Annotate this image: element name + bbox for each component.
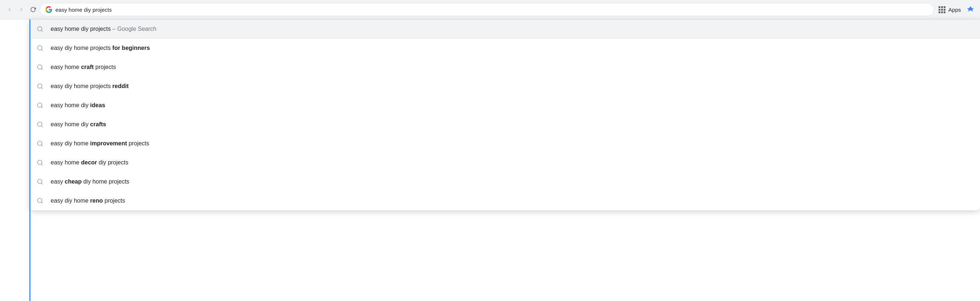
apps-grid-icon [939, 6, 945, 13]
address-input[interactable] [56, 6, 929, 13]
suggestion-text-9: easy diy home reno projects [51, 197, 125, 204]
svg-line-19 [41, 202, 42, 203]
svg-line-1 [41, 30, 42, 31]
suggestions-list: easy diy home projects for beginners eas… [29, 38, 980, 210]
suggestion-item-1[interactable]: easy diy home projects for beginners [29, 38, 980, 57]
browser-window: Apps easy home diy projects – [0, 0, 980, 301]
svg-line-11 [41, 126, 42, 127]
search-icon-5 [37, 121, 43, 128]
back-button[interactable] [5, 5, 15, 15]
search-icon-2 [37, 64, 43, 70]
suggestion-top-row[interactable]: easy home diy projects – Google Search [29, 19, 980, 38]
search-icon-4 [37, 102, 43, 109]
svg-line-5 [41, 68, 42, 69]
apps-label: Apps [948, 6, 961, 13]
suggestion-item-9[interactable]: easy diy home reno projects [29, 191, 980, 210]
omnibox-indicator [29, 19, 30, 301]
suggestion-item-3[interactable]: easy diy home projects reddit [29, 77, 980, 96]
content-area: easy home diy projects – Google Search e… [0, 19, 980, 301]
search-icon-3 [37, 83, 43, 89]
google-g-logo [45, 6, 52, 13]
top-suffix: – Google Search [111, 26, 157, 32]
suggestion-top-text: easy home diy projects – Google Search [51, 26, 156, 32]
svg-line-15 [41, 164, 42, 165]
svg-line-3 [41, 49, 42, 50]
svg-line-7 [41, 88, 42, 88]
apps-button[interactable]: Apps [935, 5, 964, 15]
search-icon-8 [37, 178, 43, 185]
suggestion-item-6[interactable]: easy diy home improvement projects [29, 134, 980, 153]
reload-button[interactable] [28, 5, 38, 15]
suggestion-text-2: easy home craft projects [51, 64, 116, 70]
search-icon-1 [37, 45, 43, 51]
suggestion-text-5: easy home diy crafts [51, 121, 106, 128]
suggestion-text-8: easy cheap diy home projects [51, 178, 129, 185]
suggestion-text-6: easy diy home improvement projects [51, 140, 150, 147]
suggestion-item-5[interactable]: easy home diy crafts [29, 115, 980, 134]
url-bar[interactable] [40, 3, 934, 16]
suggestion-text-7: easy home decor diy projects [51, 159, 129, 166]
suggestion-item-7[interactable]: easy home decor diy projects [29, 153, 980, 172]
omnibox-dropdown: easy home diy projects – Google Search e… [29, 19, 980, 210]
suggestion-text-4: easy home diy ideas [51, 102, 105, 109]
suggestion-item-2[interactable]: easy home craft projects [29, 57, 980, 77]
search-icon-top [37, 26, 43, 32]
svg-line-13 [41, 145, 42, 146]
svg-line-17 [41, 183, 42, 184]
suggestion-item-8[interactable]: easy cheap diy home projects [29, 172, 980, 191]
toolbar: Apps [0, 0, 980, 19]
search-icon-9 [37, 197, 43, 204]
suggestion-text-3: easy diy home projects reddit [51, 83, 129, 89]
top-query: easy home diy projects [51, 26, 111, 32]
lens-icon-button[interactable] [965, 5, 975, 15]
suggestion-item-4[interactable]: easy home diy ideas [29, 96, 980, 115]
search-icon-7 [37, 159, 43, 166]
svg-line-9 [41, 107, 42, 108]
forward-button[interactable] [16, 5, 26, 15]
suggestion-text-1: easy diy home projects for beginners [51, 45, 150, 51]
search-icon-6 [37, 140, 43, 147]
